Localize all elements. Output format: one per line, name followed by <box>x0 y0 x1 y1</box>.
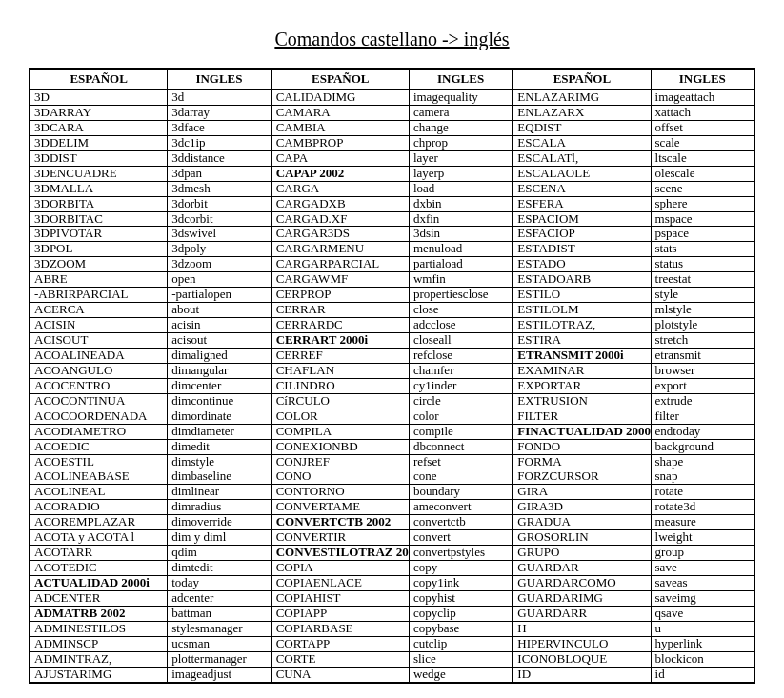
cell: ACOTARR <box>30 546 168 561</box>
table-row: 3DPOL3dpolyCARGARMENUmenuloadESTADISTsta… <box>30 242 754 257</box>
cell: 3DDIST <box>30 150 168 166</box>
cell: ESCALA <box>513 135 651 150</box>
col-es-2: ESPAÑOL <box>271 69 410 90</box>
cell: id <box>651 667 754 682</box>
cell: ACOESTIL <box>30 454 168 469</box>
cell: HIPERVINCULO <box>513 636 651 651</box>
cell: 3DMALLA <box>30 181 168 196</box>
table-row: ACORADIOdimradiusCONVERTAMEameconvertGIR… <box>30 500 754 515</box>
cell: imagequality <box>409 90 513 105</box>
cell: CONJREF <box>271 454 410 469</box>
cell: ADMINTRAZ, <box>30 651 168 667</box>
table-row: ACOALINEADAdimalignedCERREFrefcloseETRAN… <box>30 348 754 363</box>
cell: 3dswivel <box>168 227 271 242</box>
cell: load <box>409 181 513 196</box>
cell: GUARDARIMG <box>513 590 651 606</box>
cell: 3DPIVOTAR <box>30 227 168 242</box>
cell: xattach <box>651 105 754 120</box>
cell: dimbaseline <box>168 469 271 485</box>
cell: CONVESTILOTRAZ 2002 <box>271 546 410 561</box>
table-row: ACODIAMETROdimdiameterCOMPILAcompileFINA… <box>30 424 754 439</box>
cell: ACOLINEAL <box>30 485 168 500</box>
cell: 3DENCUADRE <box>30 166 168 181</box>
cell: imageadjust <box>168 667 271 682</box>
cell: COPIA <box>271 561 410 576</box>
cell: qdim <box>168 546 271 561</box>
cell: save <box>651 561 754 576</box>
table-row: 3DZOOM3dzoomCARGARPARCIALpartialoadESTAD… <box>30 257 754 272</box>
cell: ltscale <box>651 150 754 166</box>
table-row: 3DPIVOTAR3dswivelCARGAR3DS3dsinESFACIOPp… <box>30 227 754 242</box>
cell: plottermanager <box>168 651 271 667</box>
commands-table: ESPAÑOL INGLES ESPAÑOL INGLES ESPAÑOL IN… <box>29 68 755 684</box>
table-row: ACOCONTINUAdimcontinueCíRCULOcircleEXTRU… <box>30 393 754 409</box>
cell: 3d <box>168 90 271 105</box>
cell: ACOREMPLAZAR <box>30 515 168 530</box>
table-row: ABREopenCARGAWMFwmfinESTADOARBtreestat <box>30 272 754 288</box>
cell: style <box>651 288 754 303</box>
cell: CARGARPARCIAL <box>271 257 410 272</box>
cell: change <box>409 120 513 135</box>
cell: CERREF <box>271 348 410 363</box>
cell: CARGAR3DS <box>271 227 410 242</box>
cell: GROSORLIN <box>513 530 651 546</box>
cell: chamfer <box>409 363 513 378</box>
cell: 3dpoly <box>168 242 271 257</box>
cell: propertiesclose <box>409 288 513 303</box>
cell: dimordinate <box>168 409 271 424</box>
cell: CARGADXB <box>271 196 410 211</box>
cell: ESTILOTRAZ, <box>513 318 651 333</box>
cell: ENLAZARX <box>513 105 651 120</box>
table-row: 3DMALLA3dmeshCARGAloadESCENAscene <box>30 181 754 196</box>
cell: CONVERTAME <box>271 500 410 515</box>
cell: ADCENTER <box>30 590 168 606</box>
cell: color <box>409 409 513 424</box>
cell: scale <box>651 135 754 150</box>
cell: refclose <box>409 348 513 363</box>
cell: battman <box>168 606 271 621</box>
cell: CORTE <box>271 651 410 667</box>
cell: ACOALINEADA <box>30 348 168 363</box>
cell: ACERCA <box>30 303 168 318</box>
cell: copyclip <box>409 606 513 621</box>
cell: ACOCENTRO <box>30 378 168 393</box>
cell: ESCALATl, <box>513 150 651 166</box>
cell: ESTILO <box>513 288 651 303</box>
cell: GUARDARCOMO <box>513 576 651 591</box>
table-row: ACOTEDICdimteditCOPIAcopyGUARDARsave <box>30 561 754 576</box>
cell: CALIDADIMG <box>271 90 410 105</box>
cell: FONDO <box>513 439 651 454</box>
cell: extrude <box>651 393 754 409</box>
cell: 3dface <box>168 120 271 135</box>
cell: shape <box>651 454 754 469</box>
cell: COMPILA <box>271 424 410 439</box>
table-row: ACOTARRqdimCONVESTILOTRAZ 2002convertpst… <box>30 546 754 561</box>
cell: ESTADIST <box>513 242 651 257</box>
col-en-2: INGLES <box>409 69 513 90</box>
cell: dimedit <box>168 439 271 454</box>
cell: CONEXIONBD <box>271 439 410 454</box>
cell: dxbin <box>409 196 513 211</box>
cell: stylesmanager <box>168 621 271 636</box>
cell: etransmit <box>651 348 754 363</box>
table-row: 3DORBITAC3dcorbitCARGAD.XFdxfinESPACIOMm… <box>30 211 754 227</box>
cell: 3DPOL <box>30 242 168 257</box>
cell: stretch <box>651 333 754 349</box>
cell: convertpstyles <box>409 546 513 561</box>
cell: 3DZOOM <box>30 257 168 272</box>
cell: dimaligned <box>168 348 271 363</box>
cell: ACOTEDIC <box>30 561 168 576</box>
cell: adcclose <box>409 318 513 333</box>
cell: dim y diml <box>168 530 271 546</box>
cell: ESTIRA <box>513 333 651 349</box>
cell: EQDIST <box>513 120 651 135</box>
cell: copy1ink <box>409 576 513 591</box>
cell: ADMATRB 2002 <box>30 606 168 621</box>
cell: CERRART 2000i <box>271 333 410 349</box>
cell: export <box>651 378 754 393</box>
cell: GIRA <box>513 485 651 500</box>
cell: convertctb <box>409 515 513 530</box>
cell: sphere <box>651 196 754 211</box>
table-body: 3D3dCALIDADIMGimagequalityENLAZARIMGimag… <box>30 90 754 683</box>
cell: dbconnect <box>409 439 513 454</box>
